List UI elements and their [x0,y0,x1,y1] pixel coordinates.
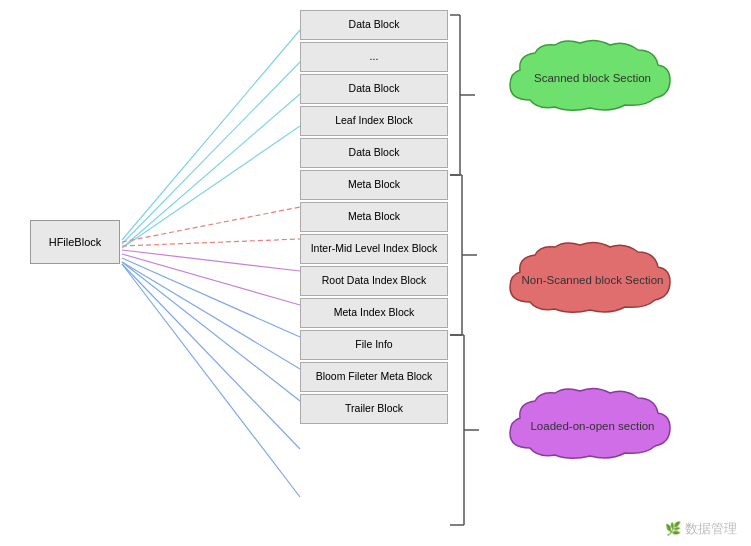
block-item-data-block-2: Data Block [300,74,448,104]
scanned-cloud: Scanned block Section [500,35,685,120]
scanned-label: Scanned block Section [530,68,655,88]
svg-line-24 [122,264,300,497]
svg-line-20 [122,258,300,337]
block-item-trailer-block: Trailer Block [300,394,448,424]
block-item-meta-block-1: Meta Block [300,170,448,200]
block-item-data-block-1: Data Block [300,10,448,40]
hfile-block: HFileBlock [30,220,120,264]
block-item-meta-index-block: Meta Index Block [300,298,448,328]
svg-line-21 [122,262,300,369]
block-item-meta-block-2: Meta Block [300,202,448,232]
block-item-inter-mid-level-index: Inter-Mid Level Index Block [300,234,448,264]
svg-line-22 [122,262,300,401]
block-item-root-data-index: Root Data Index Block [300,266,448,296]
svg-line-18 [122,250,300,271]
block-item-file-info: File Info [300,330,448,360]
svg-line-14 [122,94,300,248]
svg-line-13 [122,62,300,244]
svg-line-19 [122,254,300,305]
diagram: HFileBlock Data Block...Data BlockLeaf I… [0,0,751,546]
svg-line-23 [122,264,300,449]
svg-line-16 [122,207,300,242]
non-scanned-cloud: Non-Scanned block Section [500,237,685,322]
svg-line-15 [122,126,300,248]
block-item-leaf-index-block: Leaf Index Block [300,106,448,136]
loaded-cloud: Loaded-on-open section [500,383,685,468]
block-item-data-block-3: Data Block [300,138,448,168]
watermark: 🌿 数据管理 [665,520,737,538]
loaded-label: Loaded-on-open section [526,416,658,436]
blocks-column: Data Block...Data BlockLeaf Index BlockD… [300,10,448,424]
svg-line-17 [122,239,300,246]
block-item-bloom-filter-meta: Bloom Fileter Meta Block [300,362,448,392]
block-item-ellipsis: ... [300,42,448,72]
non-scanned-label: Non-Scanned block Section [518,270,668,290]
hfile-label: HFileBlock [49,236,102,248]
svg-line-12 [122,30,300,240]
